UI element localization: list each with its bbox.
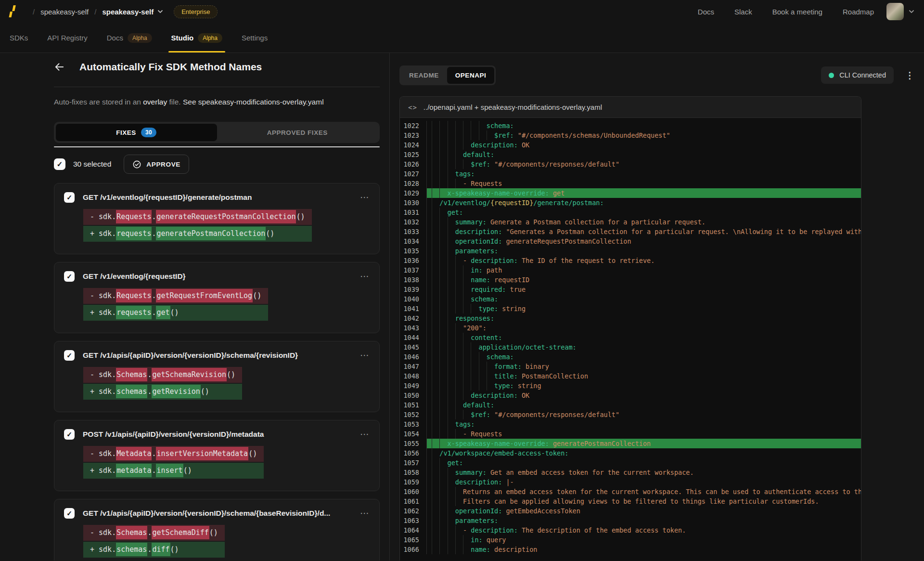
indent-guide xyxy=(432,159,439,169)
overlay-file-link[interactable]: See speakeasy-modifications-overlay.yaml xyxy=(183,98,324,106)
diff-highlight-token: schemas xyxy=(116,385,147,398)
indent-guide xyxy=(463,140,471,150)
more-options-icon[interactable]: ⋯ xyxy=(360,274,370,279)
fix-checkbox[interactable]: ✓ xyxy=(64,350,75,361)
code-line: 1054- Requests xyxy=(400,429,861,439)
code-token: "#/components/responses/default" xyxy=(490,160,619,168)
header-link-docs[interactable]: Docs xyxy=(698,8,714,16)
breadcrumb-separator: / xyxy=(94,8,96,16)
indent-guide xyxy=(439,150,447,159)
indent-guide xyxy=(455,130,463,140)
diff-highlight-token: schemas xyxy=(116,543,147,556)
fix-checkbox[interactable]: ✓ xyxy=(64,429,75,440)
overlay-description: Auto-fixes are stored in an overlay file… xyxy=(54,98,380,106)
line-number: 1052 xyxy=(400,410,427,419)
fix-checkbox[interactable]: ✓ xyxy=(64,192,75,203)
line-number: 1036 xyxy=(400,256,427,265)
indent-guide xyxy=(448,217,455,227)
nav-tab-sdks[interactable]: SDKs xyxy=(10,23,28,52)
code-line: 1026$ref: "#/components/responses/defaul… xyxy=(400,159,861,169)
indent-guide xyxy=(448,496,455,506)
indent-guide xyxy=(439,323,447,333)
indent-guide xyxy=(439,419,447,429)
header-link-roadmap[interactable]: Roadmap xyxy=(843,8,874,16)
indent-guide xyxy=(432,468,439,477)
diff-highlight-token: get xyxy=(156,306,170,319)
breadcrumb-workspace[interactable]: speakeasy-self xyxy=(102,8,163,16)
diff-text: () xyxy=(183,466,192,475)
tab-readme[interactable]: README xyxy=(401,67,447,84)
fix-checkbox[interactable]: ✓ xyxy=(64,508,75,519)
code-token: PostmanCollection xyxy=(518,372,588,380)
nav-tab-api-registry[interactable]: API Registry xyxy=(47,23,87,52)
diff-text: + sdk. xyxy=(90,545,116,554)
indent-guide xyxy=(439,275,447,285)
header-link-slack[interactable]: Slack xyxy=(734,8,752,16)
code-token: "#/components/responses/default" xyxy=(490,411,619,418)
code-line: 1050description: OK xyxy=(400,391,861,400)
diff-highlight-token: Schemas xyxy=(116,368,147,381)
code-line: 1052$ref: "#/components/responses/defaul… xyxy=(400,410,861,419)
indent-guide xyxy=(448,256,455,265)
indent-guide xyxy=(432,506,439,516)
select-all-checkbox[interactable]: ✓ xyxy=(54,158,65,170)
indent-guide xyxy=(432,227,439,236)
nav-tab-docs[interactable]: DocsAlpha xyxy=(107,23,152,52)
back-button[interactable] xyxy=(54,62,65,72)
diff-highlight-token: requests xyxy=(116,227,152,240)
indent-guide xyxy=(439,208,447,217)
indent-guide xyxy=(432,516,439,525)
line-number: 1041 xyxy=(400,304,427,313)
code-token: application/octet-stream: xyxy=(479,343,577,351)
more-options-icon[interactable]: ⋯ xyxy=(360,195,370,200)
indent-guide xyxy=(455,140,463,150)
divider xyxy=(54,87,380,87)
fix-checkbox[interactable]: ✓ xyxy=(64,271,75,282)
diff-highlight-token: getSchemaRevision xyxy=(152,368,227,381)
code-editor[interactable]: 1022schema:1023$ref: "#/components/schem… xyxy=(400,118,861,561)
more-options-icon[interactable]: ⋯ xyxy=(360,511,370,516)
tab-fixes[interactable]: FIXES 30 xyxy=(56,124,217,141)
tab-openapi[interactable]: OPENAPI xyxy=(447,67,495,84)
code-file-name: ../openapi.yaml + speakeasy-modification… xyxy=(424,103,602,111)
nav-tab-settings[interactable]: Settings xyxy=(242,23,268,52)
line-number: 1033 xyxy=(400,227,427,236)
tab-approved-fixes[interactable]: APPROVED FIXES xyxy=(217,124,378,141)
line-number: 1060 xyxy=(400,487,427,496)
approve-button[interactable]: APPROVE xyxy=(124,155,189,174)
nav-tab-studio[interactable]: StudioAlpha xyxy=(171,23,222,52)
indent-guide xyxy=(439,371,447,381)
indent-guide xyxy=(439,256,447,265)
nav-tab-label: SDKs xyxy=(10,34,28,42)
more-options-icon[interactable]: ⋮ xyxy=(905,70,914,81)
header-link-book-a-meeting[interactable]: Book a meeting xyxy=(772,8,822,16)
avatar[interactable] xyxy=(886,3,904,20)
fix-method-path: GET /v1/apis/{apiID}/version/{versionID}… xyxy=(83,509,354,518)
indent-guide xyxy=(432,150,439,159)
more-options-icon[interactable]: ⋯ xyxy=(360,353,370,358)
diff-block: - sdk.Metadata.insertVersionMetadata()+ … xyxy=(83,445,264,480)
code-token: x-speakeasy-name-override: xyxy=(448,189,549,197)
nav-tab-label: Docs xyxy=(107,34,123,42)
indent-guide xyxy=(439,400,447,410)
line-number: 1050 xyxy=(400,391,427,400)
more-options-icon[interactable]: ⋯ xyxy=(360,432,370,437)
speakeasy-logo-icon[interactable] xyxy=(8,5,20,18)
cli-status-badge: CLI Connected xyxy=(821,66,894,84)
line-number: 1031 xyxy=(400,208,427,217)
indent-guide xyxy=(463,294,471,304)
breadcrumb-org[interactable]: speakeasy-self xyxy=(40,8,89,16)
diff-text: - sdk. xyxy=(90,291,116,300)
code-token: /v1/eventlog/ xyxy=(439,199,490,207)
indent-guide xyxy=(432,275,439,285)
indent-guide xyxy=(455,323,463,333)
indent-guide xyxy=(439,313,447,323)
code-token: default: xyxy=(463,401,494,409)
tab-approved-label: APPROVED FIXES xyxy=(267,129,328,136)
diff-added-line: + sdk.requests.get() xyxy=(83,305,268,321)
diff-text: () xyxy=(201,387,209,396)
chevron-down-icon[interactable] xyxy=(909,10,914,13)
indent-guide xyxy=(448,371,455,381)
indent-guide xyxy=(463,342,471,352)
code-line: 1059description: |- xyxy=(400,477,861,487)
